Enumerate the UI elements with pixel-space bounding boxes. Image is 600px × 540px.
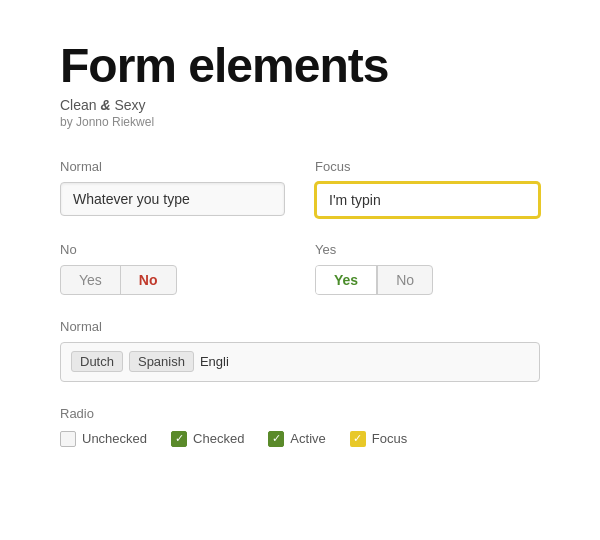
toggle-yes-label: Yes <box>315 242 540 257</box>
radio-row: Unchecked ✓ Checked ✓ Active ✓ Focus <box>60 431 540 447</box>
toggle-yes-group: Yes No <box>315 265 433 295</box>
focus-input[interactable] <box>315 182 540 218</box>
active-icon[interactable]: ✓ <box>268 431 284 447</box>
radio-active: ✓ Active <box>268 431 325 447</box>
focus-radio-label: Focus <box>372 431 407 446</box>
checked-label: Checked <box>193 431 244 446</box>
toggle-no-group: Yes No <box>60 265 177 295</box>
focus-label: Focus <box>315 159 540 174</box>
byline: by Jonno Riekwel <box>60 115 540 129</box>
focus-checkbox-icon[interactable]: ✓ <box>350 431 366 447</box>
unchecked-icon[interactable] <box>60 431 76 447</box>
radio-section: Radio Unchecked ✓ Checked ✓ Active ✓ Foc… <box>60 406 540 447</box>
input-row: Normal Focus <box>60 159 540 218</box>
tags-text-input[interactable] <box>200 354 529 369</box>
tags-section: Normal Dutch Spanish <box>60 319 540 382</box>
toggle-no-col: No Yes No <box>60 242 285 295</box>
focus-col: Focus <box>315 159 540 218</box>
radio-focus: ✓ Focus <box>350 431 407 447</box>
unchecked-label: Unchecked <box>82 431 147 446</box>
toggle-yes-col: Yes Yes No <box>315 242 540 295</box>
subtitle: Clean & Sexy <box>60 97 540 113</box>
radio-checked: ✓ Checked <box>171 431 244 447</box>
radio-unchecked: Unchecked <box>60 431 147 447</box>
tags-input-container[interactable]: Dutch Spanish <box>60 342 540 382</box>
subtitle-ampersand: & <box>100 97 114 113</box>
toggle-no-yes-btn[interactable]: Yes <box>61 266 120 294</box>
checked-icon[interactable]: ✓ <box>171 431 187 447</box>
normal-label: Normal <box>60 159 285 174</box>
toggle-yes-no-btn[interactable]: No <box>377 266 432 294</box>
radio-label: Radio <box>60 406 540 421</box>
toggle-row: No Yes No Yes Yes No <box>60 242 540 295</box>
page-title: Form elements <box>60 40 540 93</box>
tag-dutch: Dutch <box>71 351 123 372</box>
active-label: Active <box>290 431 325 446</box>
normal-input[interactable] <box>60 182 285 216</box>
toggle-no-no-btn[interactable]: No <box>120 266 176 294</box>
subtitle-sexy: Sexy <box>114 97 145 113</box>
toggle-yes-yes-btn[interactable]: Yes <box>316 266 377 294</box>
toggle-no-label: No <box>60 242 285 257</box>
normal-col: Normal <box>60 159 285 216</box>
tags-label: Normal <box>60 319 540 334</box>
tag-spanish: Spanish <box>129 351 194 372</box>
subtitle-clean: Clean <box>60 97 97 113</box>
